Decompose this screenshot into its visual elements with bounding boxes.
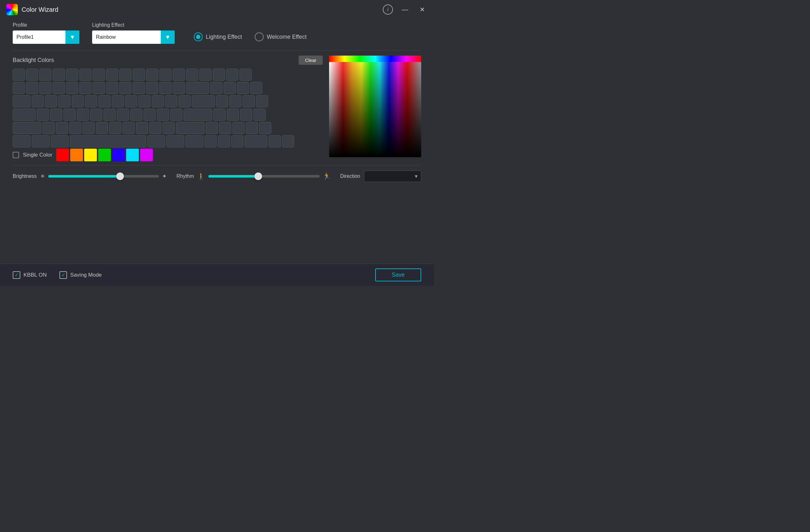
key-esc[interactable] — [13, 69, 25, 81]
close-button[interactable]: ✕ — [417, 4, 427, 15]
key-numadd[interactable] — [259, 122, 271, 134]
key-lshift[interactable] — [13, 122, 41, 134]
key-lwin[interactable] — [32, 135, 50, 147]
key-backslash[interactable] — [192, 95, 215, 107]
key-q[interactable] — [32, 95, 44, 107]
key-pgdn[interactable] — [240, 69, 252, 81]
profile-dropdown[interactable]: Profile1 ▼ — [13, 31, 79, 44]
key-slash[interactable] — [163, 122, 175, 134]
key-x[interactable] — [56, 122, 68, 134]
key-6[interactable] — [93, 82, 105, 94]
key-r[interactable] — [72, 95, 84, 107]
key-w[interactable] — [45, 95, 57, 107]
key-a[interactable] — [37, 109, 49, 121]
key-rbracket[interactable] — [179, 95, 191, 107]
key-del[interactable] — [186, 69, 198, 81]
key-equal[interactable] — [173, 82, 185, 94]
key-rshift[interactable] — [176, 122, 205, 134]
kbbl-checkbox[interactable]: ✓ — [13, 271, 20, 279]
key-backtick[interactable] — [13, 82, 25, 94]
key-num5[interactable] — [227, 109, 239, 121]
key-f2[interactable] — [39, 69, 51, 81]
key-lbracket[interactable] — [165, 95, 177, 107]
key-minus[interactable] — [160, 82, 172, 94]
saving-mode-checkbox[interactable]: ✓ — [60, 271, 67, 279]
key-num2[interactable] — [232, 122, 245, 134]
swatch-red[interactable] — [56, 149, 69, 161]
key-up[interactable] — [206, 122, 218, 134]
rhythm-track[interactable] — [208, 175, 320, 178]
key-0[interactable] — [146, 82, 158, 94]
key-pgup[interactable] — [226, 69, 238, 81]
key-f7[interactable] — [106, 69, 118, 81]
key-fn[interactable] — [166, 135, 184, 147]
key-2[interactable] — [39, 82, 51, 94]
key-j[interactable] — [117, 109, 129, 121]
color-spectrum[interactable] — [329, 55, 421, 157]
key-z[interactable] — [43, 122, 55, 134]
key-semicolon[interactable] — [157, 109, 169, 121]
key-ins[interactable] — [210, 82, 222, 94]
key-v[interactable] — [83, 122, 95, 134]
key-right[interactable] — [231, 135, 243, 147]
key-d[interactable] — [64, 109, 76, 121]
key-o[interactable] — [139, 95, 150, 107]
key-pause[interactable] — [237, 82, 249, 94]
swatch-magenta[interactable] — [140, 149, 153, 161]
key-9[interactable] — [133, 82, 145, 94]
key-scroll[interactable] — [224, 82, 236, 94]
swatch-green[interactable] — [98, 149, 111, 161]
key-f11[interactable] — [160, 69, 172, 81]
key-p[interactable] — [152, 95, 164, 107]
key-t[interactable] — [85, 95, 97, 107]
key-i[interactable] — [125, 95, 137, 107]
lighting-effect-radio[interactable]: Lighting Effect — [194, 32, 242, 41]
key-num9[interactable] — [243, 95, 255, 107]
key-home[interactable] — [199, 69, 212, 81]
key-nummul[interactable] — [256, 95, 268, 107]
key-caps[interactable] — [13, 109, 36, 121]
single-color-checkbox[interactable] — [13, 152, 19, 158]
key-numenter[interactable] — [282, 135, 294, 147]
key-5[interactable] — [79, 82, 92, 94]
key-f10[interactable] — [146, 69, 158, 81]
key-period[interactable] — [149, 122, 161, 134]
swatch-orange[interactable] — [70, 149, 83, 161]
swatch-blue[interactable] — [112, 149, 125, 161]
key-numdot[interactable] — [269, 135, 281, 147]
key-f6[interactable] — [93, 69, 105, 81]
key-ralt[interactable] — [147, 135, 165, 147]
key-end[interactable] — [213, 69, 225, 81]
key-s[interactable] — [50, 109, 62, 121]
key-f9[interactable] — [133, 69, 145, 81]
key-f12[interactable] — [173, 69, 185, 81]
spectrum-hue-bar[interactable] — [329, 55, 421, 62]
spectrum-main[interactable] — [329, 62, 421, 157]
key-lctrl[interactable] — [13, 135, 31, 147]
key-enter[interactable] — [183, 109, 212, 121]
key-f3[interactable] — [53, 69, 65, 81]
key-e[interactable] — [59, 95, 70, 107]
brightness-track[interactable] — [48, 175, 159, 178]
key-3[interactable] — [53, 82, 65, 94]
key-f8[interactable] — [119, 69, 131, 81]
swatch-cyan[interactable] — [126, 149, 139, 161]
key-comma[interactable] — [136, 122, 148, 134]
key-lalt[interactable] — [51, 135, 69, 147]
key-k[interactable] — [130, 109, 142, 121]
clear-button[interactable]: Clear — [298, 55, 323, 65]
key-f1[interactable] — [26, 69, 38, 81]
key-1[interactable] — [26, 82, 38, 94]
key-f[interactable] — [77, 109, 89, 121]
key-left[interactable] — [205, 135, 217, 147]
key-y[interactable] — [98, 95, 111, 107]
key-8[interactable] — [119, 82, 131, 94]
key-g[interactable] — [90, 109, 102, 121]
key-num8[interactable] — [229, 95, 241, 107]
key-7[interactable] — [106, 82, 118, 94]
welcome-effect-radio[interactable]: Welcome Effect — [255, 32, 307, 41]
save-button[interactable]: Save — [375, 268, 421, 281]
key-num1[interactable] — [219, 122, 231, 134]
key-h[interactable] — [103, 109, 116, 121]
direction-dropdown[interactable]: ▼ — [364, 171, 421, 182]
